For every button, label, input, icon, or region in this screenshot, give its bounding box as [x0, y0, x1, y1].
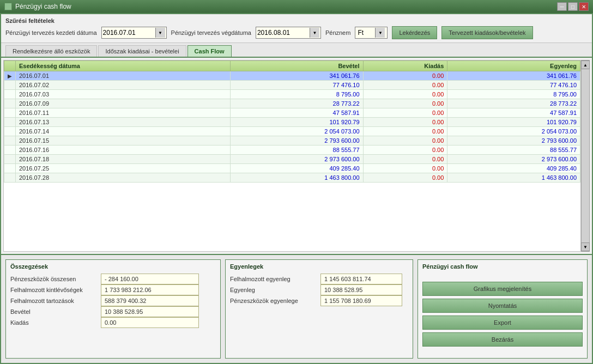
minimize-button[interactable]: ─	[557, 2, 567, 11]
content-area: Esedékesség dátuma Bevétel Kiadás Egyenl…	[1, 58, 592, 254]
row-arrow-icon	[4, 164, 16, 173]
row-egyenleg: 2 973 600.00	[447, 155, 580, 164]
window-controls: ─ □ ✕	[557, 2, 589, 11]
tab-period-expenses[interactable]: Időszak kiadásai - bevételei	[98, 45, 186, 57]
row-bevetel: 8 795.00	[230, 90, 363, 99]
row-kiadas: 0.00	[363, 164, 447, 173]
row-kiadas: 0.00	[363, 145, 447, 155]
maximize-button[interactable]: □	[568, 2, 578, 11]
osszegzesek-row: Bevétel10 388 528.95	[10, 306, 216, 317]
egyenlegek-label: Egyenleg	[230, 287, 317, 293]
row-kiadas: 0.00	[363, 71, 447, 81]
col-date: Esedékesség dátuma	[16, 61, 231, 71]
row-arrow-icon	[4, 99, 16, 108]
row-bevetel: 77 476.10	[230, 81, 363, 90]
row-arrow-icon	[4, 173, 16, 183]
end-date-arrow-icon: ▼	[310, 28, 319, 38]
start-date-arrow-icon: ▼	[155, 28, 165, 38]
table-row[interactable]: 2016.07.152 793 600.000.002 793 600.00	[4, 136, 580, 145]
data-table-container[interactable]: Esedékesség dátuma Bevétel Kiadás Egyenl…	[3, 60, 581, 252]
egyenlegek-value: 1 155 708 180.69	[320, 295, 402, 306]
table-row[interactable]: ▶2016.07.01341 061.760.00341 061.76	[4, 71, 580, 81]
table-row[interactable]: 2016.07.038 795.000.008 795.00	[4, 90, 580, 99]
end-date-dropdown[interactable]: 2016.08.01 ▼	[256, 27, 321, 39]
row-bevetel: 88 555.77	[230, 145, 363, 155]
main-window: Szűrési feltételek Pénzügyi tervezés kez…	[0, 13, 593, 364]
currency-dropdown[interactable]: Ft ▼	[355, 27, 388, 39]
vertical-scrollbar[interactable]: ▲ ▼	[581, 60, 590, 252]
cashflow-btn-nyomtatás[interactable]: Nyomtatás	[422, 299, 583, 313]
row-kiadas: 0.00	[363, 136, 447, 145]
row-arrow-icon: ▶	[4, 71, 16, 81]
end-date-label: Pénzügyi tervezés végdátuma	[171, 29, 251, 36]
cashflow-btn-grafikus-megjelenítés[interactable]: Grafikus megjelenítés	[422, 282, 583, 296]
egyenlegek-label: Felhalmozott egyenleg	[230, 276, 317, 282]
col-arrow	[4, 61, 16, 71]
cashflow-btn-export[interactable]: Export	[422, 316, 583, 330]
osszegzesek-row: Felhalmozott tartozások588 379 400.32	[10, 295, 216, 306]
start-date-dropdown[interactable]: 2016.07.01 ▼	[101, 27, 167, 39]
row-date: 2016.07.13	[16, 118, 231, 127]
row-bevetel: 2 793 600.00	[230, 136, 363, 145]
scroll-down-button[interactable]: ▼	[581, 242, 590, 251]
egyenlegek-title: Egyenlegek	[230, 263, 408, 270]
table-row[interactable]: 2016.07.281 463 800.000.001 463 800.00	[4, 173, 580, 183]
row-egyenleg: 8 795.00	[447, 90, 580, 99]
col-egyenleg: Egyenleg	[447, 61, 580, 71]
table-row[interactable]: 2016.07.1147 587.910.0047 587.91	[4, 108, 580, 118]
cashflow-btn-bezárás[interactable]: Bezárás	[422, 332, 583, 347]
osszegzesek-title: Összegzések	[10, 263, 216, 270]
currency-label: Pénznem	[325, 29, 350, 36]
row-date: 2016.07.28	[16, 173, 231, 183]
table-row[interactable]: 2016.07.0277 476.100.0077 476.10	[4, 81, 580, 90]
row-date: 2016.07.18	[16, 155, 231, 164]
osszegzesek-value: - 284 160.00	[101, 274, 199, 284]
row-arrow-icon	[4, 108, 16, 118]
table-row[interactable]: 2016.07.142 054 073.000.002 054 073.00	[4, 127, 580, 136]
osszegzesek-label: Bevétel	[10, 308, 98, 315]
currency-value: Ft	[358, 29, 364, 37]
row-date: 2016.07.01	[16, 71, 231, 81]
row-date: 2016.07.25	[16, 164, 231, 173]
bottom-section: Összegzések Pénzeszközök összesen- 284 1…	[1, 254, 592, 363]
row-bevetel: 2 973 600.00	[230, 155, 363, 164]
row-kiadas: 0.00	[363, 81, 447, 90]
osszegzesek-row: Felhalmozott kintlévőségek1 733 983 212.…	[10, 284, 216, 295]
tab-cash-flow[interactable]: Cash Flow	[187, 45, 232, 57]
table-row[interactable]: 2016.07.1688 555.770.0088 555.77	[4, 145, 580, 155]
osszegzesek-row: Pénzeszközök összesen- 284 160.00	[10, 274, 216, 284]
table-row[interactable]: 2016.07.182 973 600.000.002 973 600.00	[4, 155, 580, 164]
egyenlegek-row: Egyenleg10 388 528.95	[230, 284, 408, 295]
planned-button[interactable]: Tervezett kiadások/bevételek	[441, 26, 533, 39]
osszegzesek-panel: Összegzések Pénzeszközök összesen- 284 1…	[5, 259, 221, 359]
close-button[interactable]: ✕	[579, 2, 589, 11]
row-arrow-icon	[4, 155, 16, 164]
egyenlegek-row: Pénzeszközök egyenlege1 155 708 180.69	[230, 295, 408, 306]
row-arrow-icon	[4, 81, 16, 90]
row-bevetel: 2 054 073.00	[230, 127, 363, 136]
row-egyenleg: 77 476.10	[447, 81, 580, 90]
egyenlegek-label: Pénzeszközök egyenlege	[230, 298, 317, 304]
osszegzesek-label: Pénzeszközök összesen	[10, 276, 98, 282]
end-date-value: 2016.08.01	[257, 29, 290, 37]
row-kiadas: 0.00	[363, 90, 447, 99]
table-row[interactable]: 2016.07.13101 920.790.00101 920.79	[4, 118, 580, 127]
osszegzesek-value: 1 733 983 212.06	[101, 284, 199, 295]
row-egyenleg: 47 587.91	[447, 108, 580, 118]
tab-available-assets[interactable]: Rendelkezésre álló eszközök	[5, 45, 97, 57]
row-kiadas: 0.00	[363, 118, 447, 127]
row-bevetel: 47 587.91	[230, 108, 363, 118]
row-kiadas: 0.00	[363, 155, 447, 164]
scroll-up-button[interactable]: ▲	[581, 60, 590, 69]
query-button[interactable]: Lekérdezés	[392, 26, 437, 39]
table-row[interactable]: 2016.07.25409 285.400.00409 285.40	[4, 164, 580, 173]
table-row[interactable]: 2016.07.0928 773.220.0028 773.22	[4, 99, 580, 108]
row-bevetel: 1 463 800.00	[230, 173, 363, 183]
app-icon	[4, 3, 12, 10]
row-date: 2016.07.14	[16, 127, 231, 136]
row-bevetel: 101 920.79	[230, 118, 363, 127]
egyenlegek-panel: Egyenlegek Felhalmozott egyenleg1 145 60…	[225, 259, 413, 359]
row-date: 2016.07.15	[16, 136, 231, 145]
row-egyenleg: 2 793 600.00	[447, 136, 580, 145]
row-kiadas: 0.00	[363, 127, 447, 136]
